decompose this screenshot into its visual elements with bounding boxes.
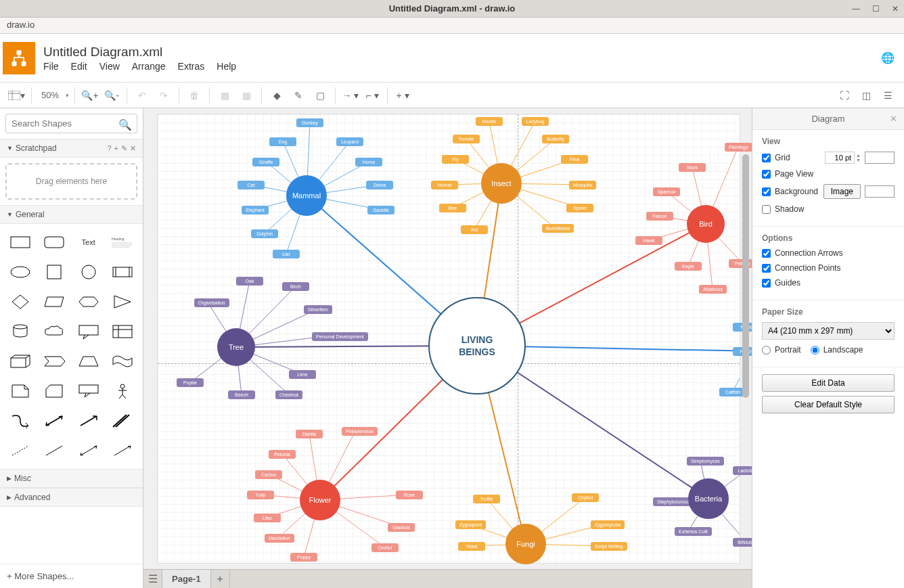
shape-biarrow[interactable] [39,408,69,434]
zoom-out-button[interactable]: 🔍- [102,86,121,105]
leaf-node[interactable]: Bee [439,204,466,212]
grid-color-swatch[interactable] [865,152,895,164]
leaf-node[interactable]: Eagle [675,262,702,271]
scratchpad-close-icon[interactable]: ✕ [130,144,136,153]
waypoint-button[interactable]: ⌐ ▾ [363,86,382,105]
more-shapes-button[interactable]: + More Shapes... [0,564,143,588]
shape-ellipse[interactable] [5,259,35,285]
hub-node-insect[interactable]: Insect [481,163,522,204]
hub-node-mammal[interactable]: Mammal [286,175,327,216]
leaf-node[interactable]: Mantis [476,117,503,126]
leaf-node[interactable]: Streptomyces [687,457,724,466]
clear-style-button[interactable]: Clear Default Style [762,396,895,413]
shape-cube[interactable] [5,348,35,374]
leaf-node[interactable]: Cactus [255,470,282,479]
landscape-radio[interactable] [811,346,819,355]
shape-trapezoid[interactable] [74,348,104,374]
shape-square[interactable] [39,259,69,285]
leaf-node[interactable]: Dolphin [251,229,278,238]
language-icon[interactable]: 🌐 [881,51,895,64]
menu-help[interactable]: Help [217,61,236,72]
leaf-node[interactable]: Lilac [254,514,281,522]
leaf-node[interactable]: Albatross [699,285,727,294]
close-button[interactable]: ✕ [892,4,899,14]
shape-hexagon[interactable] [74,289,104,315]
shape-callout[interactable] [74,319,104,344]
shape-card[interactable] [39,378,69,404]
redo-button[interactable]: ↷ [154,86,173,105]
document-title[interactable]: Untitled Diagram.xml [43,45,236,60]
view-mode-button[interactable]: ▾ [7,86,26,105]
scratchpad-help-icon[interactable]: ? [107,144,111,153]
page-tab-1[interactable]: Page-1 [162,570,211,589]
hub-node-bacteria[interactable]: Bacteria [688,478,729,519]
menu-arrange[interactable]: Arrange [132,61,166,72]
front-button[interactable]: ▦ [215,86,234,105]
shape-circle[interactable] [74,259,104,285]
zoom-in-button[interactable]: 🔍+ [81,86,99,105]
edit-data-button[interactable]: Edit Data [762,374,895,392]
shape-cloud[interactable] [39,319,69,344]
leaf-node[interactable]: Giraffe [252,158,279,166]
leaf-node[interactable]: Yeast [458,542,485,551]
leaf-node[interactable]: Liar [273,250,300,258]
menu-edit[interactable]: Edit [71,61,87,72]
shape-cylinder[interactable] [5,319,35,344]
shape-callout2[interactable] [74,378,104,404]
grid-checkbox[interactable] [762,154,771,162]
shape-line[interactable] [39,438,69,463]
zoom-level[interactable]: 50% [37,90,63,100]
leaf-node[interactable]: Fly [442,155,469,164]
leaf-node[interactable]: Beech [228,390,255,399]
leaf-node[interactable]: Falcon [646,212,673,221]
hub-node-tree[interactable]: Tree [217,328,255,366]
shape-rect[interactable] [5,229,35,255]
leaf-node[interactable]: Sparrow [653,187,680,196]
pages-menu-button[interactable]: ☰ [143,570,162,589]
leaf-node[interactable]: Tulip [247,491,274,499]
shape-slash[interactable] [108,408,137,434]
leaf-node[interactable]: Termite [453,135,480,143]
leaf-node[interactable]: Dandelion [265,534,294,543]
leaf-node[interactable]: Ant [461,225,488,234]
leaf-node[interactable]: Gazelle [367,206,394,214]
center-node[interactable]: LIVINGBEINGS [428,297,526,394]
shape-parallel[interactable] [39,289,69,315]
scratchpad-edit-icon[interactable]: ✎ [121,144,127,153]
close-panel-icon[interactable]: ✕ [890,114,897,124]
leaf-node[interactable]: Dog [269,137,296,146]
misc-header[interactable]: ▶Misc [0,469,143,488]
scratchpad-header[interactable]: ▼Scratchpad ?+✎✕ [0,139,143,158]
leaf-node[interactable]: Organisation [194,298,229,307]
leaf-node[interactable]: Chytrid [572,493,599,502]
shape-biarrowthin[interactable] [74,438,104,463]
shape-arrow2[interactable] [108,438,137,463]
hub-node-flower[interactable]: Flower [300,480,340,520]
background-checkbox[interactable] [762,187,771,196]
delete-button[interactable]: 🗑 [185,86,204,105]
shape-arrow[interactable] [74,408,104,434]
leaf-node[interactable]: Bumblebee [542,224,574,233]
leaf-node[interactable]: Orchid [371,543,399,552]
leaf-node[interactable]: Butterfly [542,135,569,143]
shape-actor[interactable] [108,378,137,404]
image-button[interactable]: Image [823,184,861,199]
leaf-node[interactable]: Elephant [242,206,269,214]
scratchpad-drop[interactable]: Drag elements here [5,163,137,200]
grid-size-input[interactable] [825,152,855,164]
pageview-checkbox[interactable] [762,170,771,179]
leaf-node[interactable]: Zygomycota [591,520,625,529]
format-icon[interactable]: ◫ [857,86,876,105]
leaf-node[interactable]: Poplar [177,378,204,387]
leaf-node[interactable]: Oak [236,277,263,286]
shape-tape[interactable] [108,348,137,374]
add-page-button[interactable]: + [211,570,230,589]
leaf-node[interactable]: Hawk [635,236,662,245]
minimize-button[interactable]: — [852,4,860,14]
menu-extras[interactable]: Extras [178,61,205,72]
portrait-radio[interactable] [762,346,771,355]
line-button[interactable]: ✎ [289,86,308,105]
leaf-node[interactable]: Zygospore [455,520,486,529]
shape-internal[interactable] [108,319,137,344]
leaf-node[interactable]: Donkey [296,118,323,127]
